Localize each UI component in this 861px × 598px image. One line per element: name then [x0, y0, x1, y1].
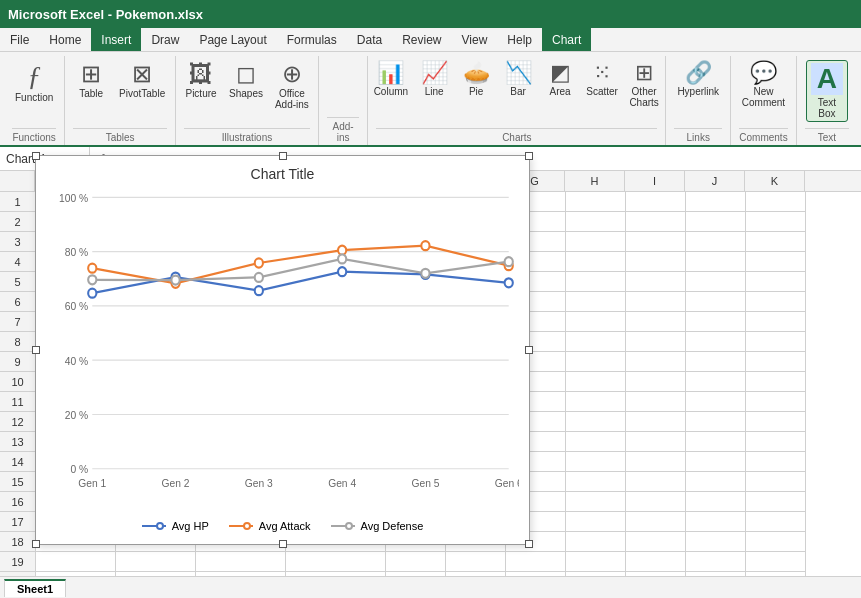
menu-page-layout[interactable]: Page Layout [189, 28, 276, 51]
column-chart-button[interactable]: 📊 Column [370, 60, 412, 99]
cell-11-i[interactable] [626, 392, 686, 412]
cell-3-h[interactable] [566, 232, 626, 252]
cell-14-h[interactable] [566, 452, 626, 472]
row-header-1[interactable]: 1 [0, 192, 35, 212]
cell-17-k[interactable] [746, 512, 806, 532]
menu-draw[interactable]: Draw [141, 28, 189, 51]
cell-19-j[interactable] [686, 552, 746, 572]
cell-9-j[interactable] [686, 352, 746, 372]
cell-19-e[interactable] [386, 552, 446, 572]
new-comment-button[interactable]: 💬 NewComment [738, 60, 789, 110]
col-header-h[interactable]: H [565, 171, 625, 191]
cell-3-j[interactable] [686, 232, 746, 252]
cell-3-k[interactable] [746, 232, 806, 252]
menu-help[interactable]: Help [497, 28, 542, 51]
cell-16-i[interactable] [626, 492, 686, 512]
row-header-11[interactable]: 11 [0, 392, 35, 412]
cell-4-j[interactable] [686, 252, 746, 272]
row-header-5[interactable]: 5 [0, 272, 35, 292]
cell-19-d[interactable] [286, 552, 386, 572]
cell-8-h[interactable] [566, 332, 626, 352]
row-header-12[interactable]: 12 [0, 412, 35, 432]
cell-6-i[interactable] [626, 292, 686, 312]
cell-2-j[interactable] [686, 212, 746, 232]
cell-11-k[interactable] [746, 392, 806, 412]
picture-button[interactable]: 🖼 Picture [181, 60, 221, 101]
row-header-17[interactable]: 17 [0, 512, 35, 532]
cell-7-i[interactable] [626, 312, 686, 332]
cell-5-j[interactable] [686, 272, 746, 292]
cell-7-k[interactable] [746, 312, 806, 332]
cell-19-h[interactable] [566, 552, 626, 572]
sheet-tab-sheet1[interactable]: Sheet1 [4, 579, 66, 597]
cell-11-j[interactable] [686, 392, 746, 412]
cell-4-i[interactable] [626, 252, 686, 272]
menu-chart[interactable]: Chart [542, 28, 591, 51]
pie-chart-button[interactable]: 🥧 Pie [456, 60, 496, 99]
row-header-9[interactable]: 9 [0, 352, 35, 372]
pivottable-button[interactable]: ⊠ PivotTable [115, 60, 169, 101]
col-header-k[interactable]: K [745, 171, 805, 191]
scatter-chart-button[interactable]: ⁙ Scatter [582, 60, 622, 99]
area-chart-button[interactable]: ◩ Area [540, 60, 580, 99]
cell-8-i[interactable] [626, 332, 686, 352]
row-header-7[interactable]: 7 [0, 312, 35, 332]
cell-6-k[interactable] [746, 292, 806, 312]
row-header-18[interactable]: 18 [0, 532, 35, 552]
cell-18-j[interactable] [686, 532, 746, 552]
cell-2-h[interactable] [566, 212, 626, 232]
cell-8-k[interactable] [746, 332, 806, 352]
menu-home[interactable]: Home [39, 28, 91, 51]
cell-11-h[interactable] [566, 392, 626, 412]
text-box-button[interactable]: A TextBox [806, 60, 848, 122]
cell-17-h[interactable] [566, 512, 626, 532]
menu-insert[interactable]: Insert [91, 28, 141, 51]
shapes-button[interactable]: ◻ Shapes [225, 60, 267, 101]
cell-13-h[interactable] [566, 432, 626, 452]
cell-19-g[interactable] [506, 552, 566, 572]
cell-18-h[interactable] [566, 532, 626, 552]
cell-13-i[interactable] [626, 432, 686, 452]
row-header-16[interactable]: 16 [0, 492, 35, 512]
cell-7-j[interactable] [686, 312, 746, 332]
cell-15-k[interactable] [746, 472, 806, 492]
other-charts-button[interactable]: ⊞ OtherCharts [624, 60, 664, 110]
cell-16-j[interactable] [686, 492, 746, 512]
cell-2-i[interactable] [626, 212, 686, 232]
cell-16-h[interactable] [566, 492, 626, 512]
cell-12-j[interactable] [686, 412, 746, 432]
menu-data[interactable]: Data [347, 28, 392, 51]
cell-12-i[interactable] [626, 412, 686, 432]
row-header-6[interactable]: 6 [0, 292, 35, 312]
row-header-15[interactable]: 15 [0, 472, 35, 492]
cell-15-i[interactable] [626, 472, 686, 492]
bar-chart-button[interactable]: 📉 Bar [498, 60, 538, 99]
cell-14-i[interactable] [626, 452, 686, 472]
cell-19-b[interactable] [116, 552, 196, 572]
cell-9-k[interactable] [746, 352, 806, 372]
menu-formulas[interactable]: Formulas [277, 28, 347, 51]
office-addins-button[interactable]: ⊕ OfficeAdd-ins [271, 60, 313, 112]
chart-container[interactable]: Chart Title 0 %20 %40 %60 %80 %100 %Gen … [35, 155, 530, 545]
cell-10-h[interactable] [566, 372, 626, 392]
menu-view[interactable]: View [452, 28, 498, 51]
row-header-2[interactable]: 2 [0, 212, 35, 232]
table-button[interactable]: ⊞ Table [71, 60, 111, 101]
cell-4-h[interactable] [566, 252, 626, 272]
menu-file[interactable]: File [0, 28, 39, 51]
function-button[interactable]: ƒ Function [11, 60, 57, 105]
row-header-8[interactable]: 8 [0, 332, 35, 352]
cell-15-j[interactable] [686, 472, 746, 492]
cell-12-k[interactable] [746, 412, 806, 432]
row-header-19[interactable]: 19 [0, 552, 35, 572]
cell-1-h[interactable] [566, 192, 626, 212]
cell-14-k[interactable] [746, 452, 806, 472]
cell-3-i[interactable] [626, 232, 686, 252]
cell-8-j[interactable] [686, 332, 746, 352]
cell-13-j[interactable] [686, 432, 746, 452]
hyperlink-button[interactable]: 🔗 Hyperlink [673, 60, 723, 99]
cell-10-i[interactable] [626, 372, 686, 392]
row-header-13[interactable]: 13 [0, 432, 35, 452]
cell-7-h[interactable] [566, 312, 626, 332]
row-header-4[interactable]: 4 [0, 252, 35, 272]
